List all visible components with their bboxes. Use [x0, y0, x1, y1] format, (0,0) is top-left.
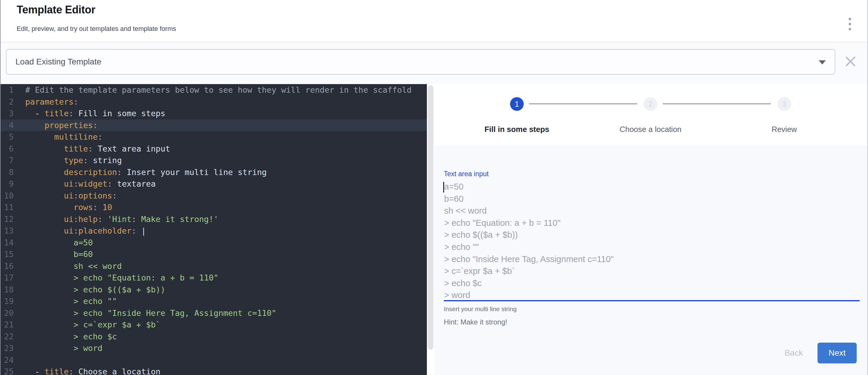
code-line[interactable]: 14 a=50 — [0, 237, 427, 249]
step-1-label: Fill in some steps — [455, 125, 579, 134]
code-line[interactable]: 21 > c=`expr $a + $b` — [0, 319, 427, 331]
code-line[interactable]: 8 description: Insert your multi line st… — [0, 166, 427, 178]
step-1-circle[interactable]: 1 — [510, 97, 524, 111]
code-line[interactable]: 7 type: string — [0, 155, 427, 166]
line-number: 10 — [0, 190, 14, 202]
back-button[interactable]: Back — [776, 343, 811, 364]
code-line[interactable]: 19 > echo "" — [0, 295, 427, 307]
line-number: 22 — [0, 331, 14, 343]
line-number: 13 — [0, 225, 14, 237]
line-number: 19 — [0, 295, 14, 307]
step-2-circle[interactable]: 2 — [644, 97, 657, 111]
textarea-placeholder-text: a=50 b=60 sh << word > echo "Equation: a… — [444, 181, 614, 301]
code-line[interactable]: 25 - title: Choose a location — [0, 366, 427, 375]
load-existing-template-select[interactable]: Load Existing Template — [6, 49, 835, 74]
code-line[interactable]: 4 properties: — [0, 120, 427, 131]
line-number: 8 — [0, 166, 14, 178]
code-line[interactable]: 12 ui:help: 'Hint: Make it strong!' — [0, 213, 427, 225]
line-number: 20 — [0, 307, 14, 319]
stepper: 1 2 3 Fill in some steps Choose a locati… — [434, 84, 868, 146]
editor-scrollbar-thumb[interactable] — [428, 85, 433, 350]
textarea-field-label: Text area input — [444, 170, 489, 178]
line-number: 18 — [0, 284, 14, 296]
page-subtitle: Edit, preview, and try out templates and… — [17, 25, 176, 33]
step-connector-1 — [529, 103, 637, 104]
line-number: 17 — [0, 272, 14, 284]
code-line[interactable]: 3 - title: Fill in some steps — [0, 107, 427, 120]
line-number: 14 — [0, 237, 14, 249]
line-number: 24 — [0, 354, 14, 366]
code-line[interactable]: 20 > echo "Inside Here Tag, Assignment c… — [0, 307, 427, 319]
select-placeholder-text: Load Existing Template — [16, 50, 101, 74]
field-hint-text: Hint: Make it strong! — [444, 318, 507, 326]
toolbar: Load Existing Template — [0, 43, 868, 84]
form-preview-panel: 1 2 3 Fill in some steps Choose a locati… — [434, 84, 868, 375]
chevron-down-icon[interactable] — [819, 60, 826, 64]
field-description-text: Insert your multi line string — [444, 306, 517, 313]
yaml-code-editor[interactable]: 1# Edit the template parameters below to… — [0, 84, 427, 375]
line-number: 5 — [0, 131, 14, 143]
code-line[interactable]: 9 ui:widget: textarea — [0, 178, 427, 190]
step-3-label: Review — [722, 125, 847, 134]
code-line[interactable]: 24 — [0, 354, 427, 366]
code-line[interactable]: 18 > echo $(($a + $b)) — [0, 284, 427, 296]
code-line[interactable]: 13 ui:placeholder: | — [0, 225, 427, 237]
code-line[interactable]: 17 > echo "Equation: a + b = 110" — [0, 272, 427, 284]
form-card: Text area input a=50 b=60 sh << word > e… — [434, 146, 868, 375]
code-line[interactable]: 22 > echo $c — [0, 331, 427, 343]
line-number: 9 — [0, 178, 14, 190]
line-number: 2 — [0, 96, 14, 108]
line-number: 12 — [0, 213, 14, 225]
line-number: 3 — [0, 107, 14, 120]
step-2-label: Choose a location — [588, 125, 713, 134]
textarea-focus-underline — [444, 300, 860, 301]
code-line[interactable]: 6 title: Text area input — [0, 143, 427, 155]
more-options-kebab-icon[interactable] — [842, 14, 857, 34]
line-number: 23 — [0, 342, 14, 354]
code-line[interactable]: 23 > word — [0, 342, 427, 354]
code-line[interactable]: 10 ui:options: — [0, 190, 427, 202]
template-editor-page: Template Editor Edit, preview, and try o… — [0, 0, 868, 375]
line-number: 11 — [0, 201, 14, 213]
line-number: 16 — [0, 260, 14, 272]
line-number: 15 — [0, 248, 14, 260]
code-line[interactable]: 1# Edit the template parameters below to… — [0, 84, 427, 96]
step-connector-2 — [663, 103, 771, 104]
main-split: 1# Edit the template parameters below to… — [0, 84, 868, 375]
window-left-edge — [0, 0, 1, 375]
next-button[interactable]: Next — [817, 343, 857, 364]
page-title: Template Editor — [17, 4, 95, 16]
line-number: 25 — [0, 366, 14, 375]
code-lines-container: 1# Edit the template parameters below to… — [0, 84, 427, 375]
textarea-input[interactable]: a=50 b=60 sh << word > echo "Equation: a… — [443, 181, 860, 303]
code-line[interactable]: 11 rows: 10 — [0, 201, 427, 213]
line-number: 6 — [0, 143, 14, 155]
close-icon[interactable] — [844, 56, 857, 68]
line-number: 1 — [0, 84, 14, 96]
editor-scrollbar-track[interactable] — [427, 84, 434, 375]
page-header: Template Editor Edit, preview, and try o… — [0, 0, 868, 42]
code-line[interactable]: 2parameters: — [0, 96, 427, 108]
code-line[interactable]: 16 sh << word — [0, 260, 427, 272]
code-line[interactable]: 15 b=60 — [0, 248, 427, 260]
step-3-circle[interactable]: 3 — [777, 97, 791, 111]
code-line[interactable]: 5 multiline: — [0, 131, 427, 143]
line-number: 7 — [0, 155, 14, 166]
line-number: 21 — [0, 319, 14, 331]
line-number: 4 — [0, 120, 14, 131]
